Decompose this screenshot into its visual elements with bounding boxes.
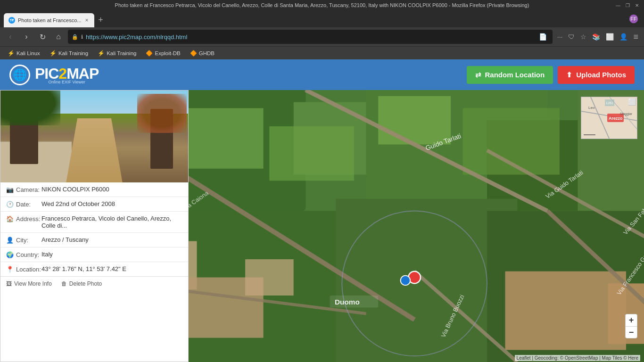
os-titlebar: Photo taken at Francesco Petrarca, Vicol… <box>0 0 644 10</box>
tab-bar: 🗺 Photo taken at Francesco... × + FF <box>0 10 644 27</box>
library-icon[interactable]: 📚 <box>590 32 602 41</box>
window-controls: — ❐ ✕ <box>615 2 640 8</box>
home-button[interactable]: ⌂ <box>52 30 65 43</box>
map-svg: Guido Tarlati Via Guido Tarlati Via San … <box>189 90 644 362</box>
zoom-out-button[interactable]: − <box>625 326 637 338</box>
country-row: 🌍 Country: Italy <box>0 247 188 262</box>
account-icon[interactable]: 👤 <box>618 32 629 41</box>
random-location-button[interactable]: ⇄ Random Location <box>467 66 553 84</box>
zoom-in-button[interactable]: + <box>625 314 637 326</box>
security-icon: ℹ <box>81 34 83 40</box>
menu-button[interactable]: ≡ <box>631 31 640 43</box>
location-row: 📍 Location: 43° 28' 1.76" N, 11° 53' 7.4… <box>0 262 188 276</box>
bookmark-kali-training-2[interactable]: ⚡ Kali Training <box>94 49 140 58</box>
date-row: 🕐 Date: Wed 22nd of October 2008 <box>0 197 188 212</box>
synced-tabs-icon[interactable]: ⬜ <box>604 32 616 41</box>
photo-tree-left <box>10 100 38 165</box>
view-more-info-link[interactable]: 🖼 View More Info <box>6 280 52 287</box>
view-more-icon: 🖼 <box>6 280 12 287</box>
country-label: 🌍 Country: <box>6 251 41 258</box>
map-attribution: Leaflet | Geocoding: © OpenStreetMap | M… <box>515 355 640 361</box>
bookmark-exploit-db[interactable]: 🔶 Exploit-DB <box>142 49 184 58</box>
svg-text:FF: FF <box>630 16 637 22</box>
shuffle-icon: ⇄ <box>475 71 481 79</box>
bookmark-star-icon[interactable]: ☆ <box>578 32 588 41</box>
svg-text:Leo: Leo <box>588 106 595 110</box>
camera-value: NIKON COOLPIX P6000 <box>41 186 182 193</box>
site-header: 🌐 PIC2MAP Online EXIF Viewer ⇄ Random Lo… <box>0 59 644 90</box>
logo-globe-icon: 🌐 <box>9 65 30 85</box>
logo-area: 🌐 PIC2MAP Online EXIF Viewer <box>9 65 99 85</box>
svg-text:1261: 1261 <box>606 101 613 105</box>
map-area[interactable]: Guido Tarlati Via Guido Tarlati Via San … <box>189 90 644 362</box>
more-button[interactable]: ··· <box>555 32 565 41</box>
tab-favicon: 🗺 <box>8 17 15 24</box>
tab-title: Photo taken at Francesco... <box>18 17 82 23</box>
nav-bar: ‹ › ↻ ⌂ 🔒 ℹ 📄 ··· 🛡 ☆ 📚 ⬜ 👤 ≡ <box>0 27 644 46</box>
reader-view-icon[interactable]: 📄 <box>537 32 549 41</box>
page-content: 🌐 PIC2MAP Online EXIF Viewer ⇄ Random Lo… <box>0 59 644 362</box>
tab-close-button[interactable]: × <box>84 16 90 25</box>
map-background: Guido Tarlati Via Guido Tarlati Via San … <box>189 90 644 362</box>
globe-icon: 🌍 <box>6 251 14 258</box>
bookmark-ghdb[interactable]: 🔶 GHDB <box>186 49 218 58</box>
camera-row: 📷 Camera: NIKON COOLPIX P6000 <box>0 182 188 197</box>
bookmark-kali-linux-label: Kali Linux <box>17 50 40 56</box>
bookmark-kali-training-1-label: Kali Training <box>58 50 88 56</box>
kali-training-2-icon: ⚡ <box>98 50 105 57</box>
location-label: 📍 Location: <box>6 265 41 273</box>
address-value: Francesco Petrarca, Vicolo del Canello, … <box>41 215 182 229</box>
new-tab-button[interactable]: + <box>94 13 107 26</box>
minimize-button[interactable]: — <box>615 2 621 8</box>
photo-preview <box>0 90 188 182</box>
upload-photos-label: Upload Photos <box>576 71 626 79</box>
bookmark-kali-linux[interactable]: ⚡ Kali Linux <box>4 49 44 58</box>
upload-photos-button[interactable]: ⬆ Upload Photos <box>558 66 635 84</box>
camera-label: 📷 Camera: <box>6 186 41 193</box>
forward-button[interactable]: › <box>20 30 33 43</box>
svg-rect-17 <box>245 259 294 296</box>
city-value: Arezzo / Tuscany <box>41 236 182 243</box>
mini-map: ⬜ Leo Arezzo Staggiar <box>581 97 637 139</box>
upload-icon: ⬆ <box>566 71 572 79</box>
random-location-label: Random Location <box>485 71 545 79</box>
nav-right-icons: ··· 🛡 ☆ 📚 ⬜ 👤 ≡ <box>555 31 640 43</box>
address-input[interactable] <box>86 33 534 41</box>
address-row: 🏠 Address: Francesco Petrarca, Vicolo de… <box>0 212 188 233</box>
location-value: 43° 28' 1.76" N, 11° 53' 7.42" E <box>41 265 182 272</box>
bookmark-kali-training-1[interactable]: ⚡ Kali Training <box>46 49 92 58</box>
browser-chrome: 🗺 Photo taken at Francesco... × + FF ‹ ›… <box>0 10 644 59</box>
firefox-addon-icon: FF <box>627 12 640 25</box>
photo-tree-right <box>150 109 173 169</box>
header-buttons: ⇄ Random Location ⬆ Upload Photos <box>467 66 635 84</box>
back-button[interactable]: ‹ <box>4 30 17 43</box>
delete-icon: 🗑 <box>61 280 67 287</box>
window-title: Photo taken at Francesco Petrarca, Vicol… <box>115 2 529 8</box>
mini-map-expand-icon[interactable]: ⬜ <box>628 98 636 106</box>
info-details: 📷 Camera: NIKON COOLPIX P6000 🕐 Date: We… <box>0 182 188 276</box>
svg-text:Arezzo: Arezzo <box>609 116 623 121</box>
info-panel: 📷 Camera: NIKON COOLPIX P6000 🕐 Date: We… <box>0 90 189 362</box>
shield-icon[interactable]: 🛡 <box>566 32 577 41</box>
active-tab[interactable]: 🗺 Photo taken at Francesco... × <box>4 13 94 27</box>
ghdb-icon: 🔶 <box>190 50 197 57</box>
city-label: 👤 City: <box>6 236 41 244</box>
svg-text:Duomo: Duomo <box>335 298 360 306</box>
bookmarks-bar: ⚡ Kali Linux ⚡ Kali Training ⚡ Kali Trai… <box>0 46 644 59</box>
close-button[interactable]: ✕ <box>634 2 640 8</box>
restore-button[interactable]: ❐ <box>624 2 631 8</box>
city-icon: 👤 <box>6 237 14 244</box>
country-value: Italy <box>41 251 182 258</box>
refresh-button[interactable]: ↻ <box>36 30 49 43</box>
lock-icon: 🔒 <box>72 34 78 40</box>
svg-rect-8 <box>189 108 264 168</box>
delete-photo-link[interactable]: 🗑 Delete Photo <box>61 280 102 287</box>
location-icon: 📍 <box>6 266 14 273</box>
svg-rect-10 <box>378 96 451 145</box>
info-actions: 🖼 View More Info 🗑 Delete Photo <box>0 276 188 291</box>
bookmark-ghdb-label: GHDB <box>199 50 215 56</box>
bookmark-kali-training-2-label: Kali Training <box>107 50 136 56</box>
address-bar-container[interactable]: 🔒 ℹ 📄 <box>68 30 553 44</box>
exploit-db-icon: 🔶 <box>146 50 153 57</box>
camera-icon: 📷 <box>6 186 14 193</box>
